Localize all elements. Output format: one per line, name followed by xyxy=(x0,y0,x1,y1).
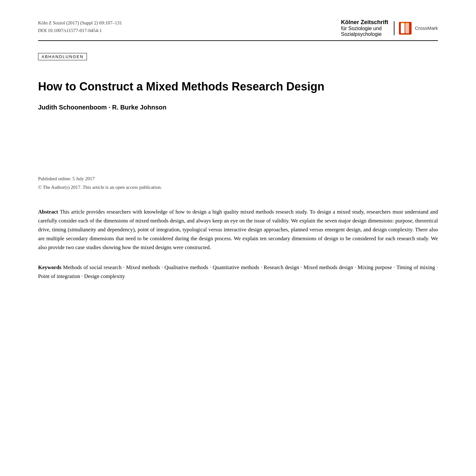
crossmark-icon xyxy=(398,21,412,35)
abstract-section: Abstract This article provides researche… xyxy=(38,208,438,252)
journal-name-line2: für Soziologie und xyxy=(341,26,388,31)
copyright-notice: © The Author(s) 2017. This article is an… xyxy=(38,183,438,192)
keywords-text: Methods of social research · Mixed metho… xyxy=(38,264,438,279)
journal-branding: Kölner Zeitschrift für Soziologie und So… xyxy=(341,19,438,37)
journal-name-line1: Kölner Zeitschrift xyxy=(341,19,388,26)
keywords-label: Keywords xyxy=(38,264,62,270)
citation-line1: Köln Z Soziol (2017) (Suppl 2) 69:107–13… xyxy=(38,19,122,27)
crossmark-container[interactable]: CrossMark xyxy=(394,21,438,35)
citation-info: Köln Z Soziol (2017) (Suppl 2) 69:107–13… xyxy=(38,19,122,34)
published-date: Published online: 5 July 2017 xyxy=(38,175,438,183)
published-info: Published online: 5 July 2017 © The Auth… xyxy=(38,175,438,192)
journal-name-line3: Sozialpsychologie xyxy=(341,31,388,37)
section-badge: ABHANDLUNGEN xyxy=(38,53,87,60)
page: Köln Z Soziol (2017) (Suppl 2) 69:107–13… xyxy=(0,0,476,476)
journal-name: Kölner Zeitschrift für Soziologie und So… xyxy=(341,19,388,37)
svg-rect-2 xyxy=(405,23,409,33)
citation-line2: DOI 10.1007/s11577-017-0454-1 xyxy=(38,27,122,34)
authors: Judith Schoonenboom · R. Burke Johnson xyxy=(38,104,438,111)
keywords-section: Keywords Methods of social research · Mi… xyxy=(38,263,438,281)
svg-rect-1 xyxy=(401,23,405,33)
abstract-label: Abstract xyxy=(38,209,58,215)
abstract-text: This article provides researchers with k… xyxy=(38,209,438,250)
header: Köln Z Soziol (2017) (Suppl 2) 69:107–13… xyxy=(38,19,438,41)
article-title: How to Construct a Mixed Methods Researc… xyxy=(38,79,438,94)
crossmark-label[interactable]: CrossMark xyxy=(415,25,438,31)
